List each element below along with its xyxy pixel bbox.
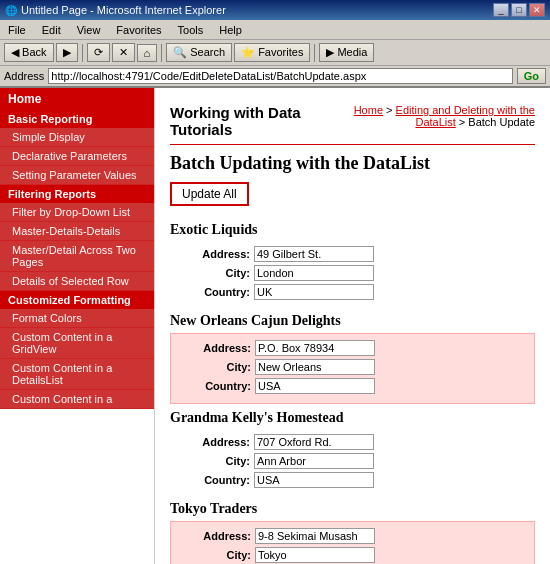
page-header-area: Working with Data Tutorials Home > Editi… (170, 98, 535, 145)
city-label-2: City: (181, 361, 251, 373)
country-input-3[interactable] (254, 472, 374, 488)
city-input-4[interactable] (255, 547, 375, 563)
menu-bar: File Edit View Favorites Tools Help (0, 20, 550, 40)
supplier-name-2: New Orleans Cajun Delights (170, 313, 535, 329)
ie-icon: 🌐 (5, 5, 17, 16)
supplier-name-4: Tokyo Traders (170, 501, 535, 517)
city-row-3: City: (180, 453, 525, 469)
toolbar-sep-3 (314, 44, 315, 62)
back-button[interactable]: ◀ Back (4, 43, 54, 62)
sidebar: Home Basic Reporting Simple Display Decl… (0, 88, 155, 564)
country-row-3: Country: (180, 472, 525, 488)
city-row-1: City: (180, 265, 525, 281)
sidebar-item-setting-parameter[interactable]: Setting Parameter Values (0, 166, 154, 185)
window-controls[interactable]: _ □ ✕ (493, 3, 545, 17)
close-button[interactable]: ✕ (529, 3, 545, 17)
sidebar-item-filter-dropdown[interactable]: Filter by Drop-Down List (0, 203, 154, 222)
minimize-button[interactable]: _ (493, 3, 509, 17)
sidebar-item-master-detail-pages[interactable]: Master/Detail Across Two Pages (0, 241, 154, 272)
city-row-2: City: (181, 359, 524, 375)
address-bar: Address Go (0, 66, 550, 88)
sidebar-item-selected-row[interactable]: Details of Selected Row (0, 272, 154, 291)
address-row-2: Address: (181, 340, 524, 356)
site-title: Working with Data Tutorials (170, 104, 314, 138)
sidebar-item-master-details[interactable]: Master-Details-Details (0, 222, 154, 241)
sidebar-home[interactable]: Home (0, 88, 154, 110)
sidebar-section-basic: Basic Reporting (0, 110, 154, 128)
update-all-button[interactable]: Update All (170, 182, 249, 206)
address-row-4: Address: (181, 528, 524, 544)
address-label-4: Address: (181, 530, 251, 542)
breadcrumb: Home > Editing and Deleting with the Dat… (314, 104, 535, 128)
supplier-block-4: Address: City: (170, 521, 535, 564)
sidebar-item-declarative-parameters[interactable]: Declarative Parameters (0, 147, 154, 166)
city-input-1[interactable] (254, 265, 374, 281)
country-label-3: Country: (180, 474, 250, 486)
supplier-block-1: Address: City: Country: (170, 242, 535, 307)
country-row-2: Country: (181, 378, 524, 394)
sidebar-section-filtering: Filtering Reports (0, 185, 154, 203)
address-input-2[interactable] (255, 340, 375, 356)
breadcrumb-current: Batch Update (468, 116, 535, 128)
supplier-name-1: Exotic Liquids (170, 222, 535, 238)
forward-button[interactable]: ▶ (56, 43, 78, 62)
sidebar-item-custom-detailsview[interactable]: Custom Content in a DetailsList (0, 359, 154, 390)
address-input-3[interactable] (254, 434, 374, 450)
breadcrumb-home[interactable]: Home (354, 104, 383, 116)
menu-view[interactable]: View (73, 22, 105, 38)
menu-tools[interactable]: Tools (174, 22, 208, 38)
address-row-1: Address: (180, 246, 525, 262)
address-label: Address (4, 70, 44, 82)
country-input-1[interactable] (254, 284, 374, 300)
maximize-button[interactable]: □ (511, 3, 527, 17)
sidebar-section-formatting: Customized Formatting (0, 291, 154, 309)
stop-button[interactable]: ✕ (112, 43, 135, 62)
city-label-3: City: (180, 455, 250, 467)
address-row-3: Address: (180, 434, 525, 450)
city-label-1: City: (180, 267, 250, 279)
city-label-4: City: (181, 549, 251, 561)
title-bar: 🌐 Untitled Page - Microsoft Internet Exp… (0, 0, 550, 20)
menu-help[interactable]: Help (215, 22, 246, 38)
supplier-block-3: Address: City: Country: (170, 430, 535, 495)
window-title: Untitled Page - Microsoft Internet Explo… (21, 4, 226, 16)
main-content: Working with Data Tutorials Home > Editi… (155, 88, 550, 564)
address-label-3: Address: (180, 436, 250, 448)
country-label-2: Country: (181, 380, 251, 392)
menu-favorites[interactable]: Favorites (112, 22, 165, 38)
title-bar-left: 🌐 Untitled Page - Microsoft Internet Exp… (5, 4, 226, 16)
menu-edit[interactable]: Edit (38, 22, 65, 38)
country-input-2[interactable] (255, 378, 375, 394)
search-button[interactable]: 🔍 Search (166, 43, 232, 62)
sidebar-item-format-colors[interactable]: Format Colors (0, 309, 154, 328)
sidebar-item-simple-display[interactable]: Simple Display (0, 128, 154, 147)
address-input-4[interactable] (255, 528, 375, 544)
address-label-2: Address: (181, 342, 251, 354)
toolbar-sep-1 (82, 44, 83, 62)
supplier-block-2: Address: City: Country: (170, 333, 535, 404)
favorites-button[interactable]: ⭐ Favorites (234, 43, 310, 62)
sidebar-item-custom-other[interactable]: Custom Content in a (0, 390, 154, 409)
sidebar-item-custom-gridview[interactable]: Custom Content in a GridView (0, 328, 154, 359)
city-row-4: City: (181, 547, 524, 563)
page-content: Home Basic Reporting Simple Display Decl… (0, 88, 550, 564)
address-input-1[interactable] (254, 246, 374, 262)
menu-file[interactable]: File (4, 22, 30, 38)
country-row-1: Country: (180, 284, 525, 300)
home-button[interactable]: ⌂ (137, 44, 158, 62)
toolbar-sep-2 (161, 44, 162, 62)
country-label-1: Country: (180, 286, 250, 298)
media-button[interactable]: ▶ Media (319, 43, 374, 62)
page-title: Batch Updating with the DataList (170, 153, 535, 174)
supplier-name-3: Grandma Kelly's Homestead (170, 410, 535, 426)
refresh-button[interactable]: ⟳ (87, 43, 110, 62)
address-input[interactable] (48, 68, 512, 84)
city-input-3[interactable] (254, 453, 374, 469)
address-label-1: Address: (180, 248, 250, 260)
city-input-2[interactable] (255, 359, 375, 375)
go-button[interactable]: Go (517, 68, 546, 84)
toolbar: ◀ Back ▶ ⟳ ✕ ⌂ 🔍 Search ⭐ Favorites ▶ Me… (0, 40, 550, 66)
